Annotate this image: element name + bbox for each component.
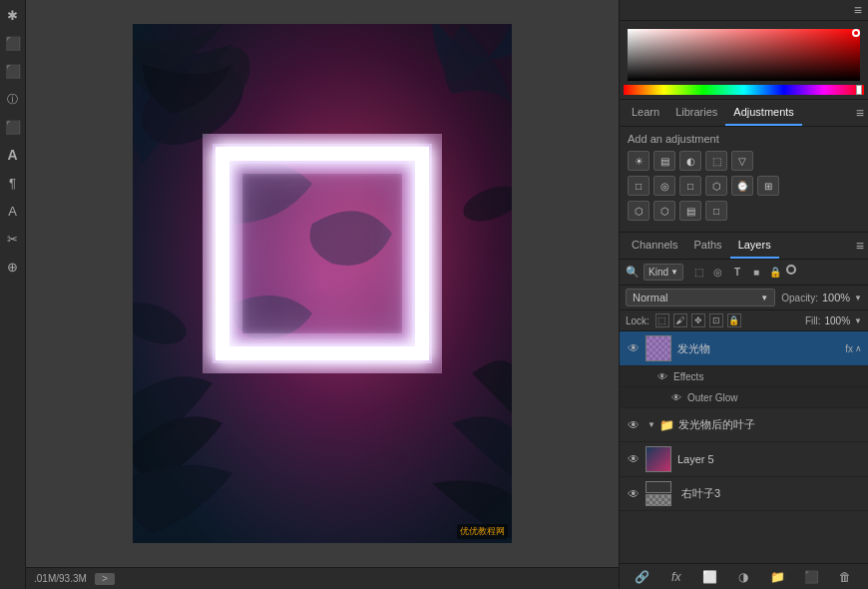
blend-mode-row: Normal ▼ Opacity: 100% ▼ [620, 286, 868, 310]
adjustments-panel: Learn Libraries Adjustments ≡ Add an adj… [620, 100, 868, 233]
layer-item-leaf3[interactable]: 👁 右叶子3 [620, 477, 868, 511]
layer-effect-effects: 👁 Effects [620, 366, 868, 387]
tool-type[interactable]: A [2, 144, 24, 166]
layer-item-glow[interactable]: 👁 发光物 fx ∧ [620, 331, 868, 366]
tab-adjustments[interactable]: Adjustments [725, 100, 802, 126]
adj-gradient-map[interactable]: ▽ [731, 151, 753, 171]
adj-selective-color[interactable]: ▤ [679, 201, 701, 221]
tool-info[interactable]: ⓘ [2, 88, 24, 110]
effect-visibility-outer-glow[interactable]: 👁 [669, 390, 683, 404]
filter-shape[interactable]: ■ [748, 265, 764, 281]
adj-curves[interactable]: ◐ [679, 151, 701, 171]
filter-pixel[interactable]: ⬚ [691, 265, 707, 281]
layer-effect-outer-glow: 👁 Outer Glow [620, 387, 868, 408]
tab-paths[interactable]: Paths [685, 233, 729, 259]
adj-channel-mixer[interactable]: ⊞ [757, 176, 779, 196]
kind-dropdown[interactable]: Kind ▼ [644, 264, 683, 281]
filter-adjust[interactable]: ◎ [710, 265, 726, 281]
adj-vibrance[interactable]: □ [628, 176, 650, 196]
lock-transparent[interactable]: ⬚ [655, 313, 669, 327]
opacity-arrow: ▼ [854, 294, 862, 302]
layer-visibility-leaves[interactable]: 👁 [626, 417, 642, 433]
new-group-btn[interactable]: 📁 [767, 567, 787, 587]
tool-pen[interactable]: ⬛ [2, 116, 24, 138]
lock-icons: ⬚ 🖌 ✥ ⊡ 🔒 [655, 313, 741, 327]
color-panel-menu[interactable]: ≡ [854, 2, 862, 18]
opacity-value[interactable]: 100% [822, 292, 850, 303]
layer-item-layer5[interactable]: 👁 Layer 5 [620, 442, 868, 477]
tab-libraries[interactable]: Libraries [667, 100, 725, 126]
tool-paragraph[interactable]: ¶ [2, 172, 24, 194]
layer-fx-glow[interactable]: fx [845, 343, 853, 354]
tab-learn[interactable]: Learn [624, 100, 667, 126]
layers-menu[interactable]: ≡ [856, 238, 864, 254]
lock-position[interactable]: ✥ [691, 313, 705, 327]
fill-arrow: ▼ [854, 316, 862, 325]
adj-posterize[interactable]: ⬡ [628, 201, 650, 221]
status-nav-button[interactable]: > [95, 573, 115, 585]
kind-dropdown-arrow: ▼ [670, 268, 678, 277]
add-style-btn[interactable]: fx [666, 567, 686, 587]
layer-item-leaves-group[interactable]: 👁 ▼ 📁 发光物后的叶子 [620, 408, 868, 442]
color-hue-slider[interactable] [624, 85, 864, 95]
effects-label: Effects [673, 371, 703, 382]
adj-hue-sat[interactable]: ◎ [653, 176, 675, 196]
add-adjustment-label: Add an adjustment [628, 133, 860, 145]
add-mask-btn[interactable]: ⬜ [700, 567, 720, 587]
layer-expand-glow[interactable]: ∧ [855, 343, 862, 353]
filter-smartobj[interactable]: 🔒 [767, 265, 783, 281]
adj-icons-row-3: ⬡ ⬡ ▤ □ [628, 201, 860, 221]
effect-visibility-effects[interactable]: 👁 [655, 369, 669, 383]
adj-levels[interactable]: ▤ [653, 151, 675, 171]
layer-visibility-glow[interactable]: 👁 [626, 340, 642, 356]
filter-type[interactable]: T [729, 265, 745, 281]
layers-tabs: Channels Paths Layers ≡ [620, 233, 868, 260]
layers-panel: Channels Paths Layers ≡ 🔍 Kind ▼ ⬚ ◎ T ■… [620, 233, 868, 589]
layer-name-leaf3: 右叶子3 [681, 486, 862, 501]
lock-label: Lock: [626, 315, 650, 326]
adj-brightness[interactable]: ☀ [628, 151, 650, 171]
opacity-row: Opacity: 100% ▼ [781, 292, 862, 303]
layers-filter-row: 🔍 Kind ▼ ⬚ ◎ T ■ 🔒 [620, 260, 868, 286]
adj-bw[interactable]: ⬡ [705, 176, 727, 196]
lock-artboard[interactable]: ⊡ [709, 313, 723, 327]
filter-circle[interactable] [786, 265, 796, 275]
svg-rect-8 [222, 154, 422, 353]
hue-thumb[interactable] [856, 85, 862, 95]
tool-transform[interactable]: ✂ [2, 228, 24, 250]
layers-list: 👁 发光物 fx ∧ 👁 Effects 👁 Outer Glow [620, 331, 868, 563]
tool-settings[interactable]: ✱ [2, 4, 24, 26]
right-panel: ≡ Learn Libraries Adjustments ≡ Add an a… [619, 0, 868, 589]
new-fill-adj-btn[interactable]: ◑ [733, 567, 753, 587]
tool-brush[interactable]: ⬛ [2, 60, 24, 82]
nav-arrow: > [102, 573, 108, 584]
tool-vector[interactable]: A [2, 200, 24, 222]
group-expand-arrow[interactable]: ▼ [646, 419, 657, 431]
color-gradient-picker[interactable] [628, 29, 860, 81]
blend-dropdown-arrow: ▼ [760, 294, 768, 302]
tool-select[interactable]: ⬛ [2, 32, 24, 54]
opacity-label: Opacity: [781, 293, 818, 303]
new-layer-btn[interactable]: ⬛ [801, 567, 821, 587]
link-layers-btn[interactable]: 🔗 [633, 567, 652, 587]
tab-channels[interactable]: Channels [624, 233, 685, 259]
tab-layers[interactable]: Layers [730, 233, 779, 259]
delete-layer-btn[interactable]: 🗑 [835, 567, 855, 587]
tool-zoom[interactable]: ⊕ [2, 256, 24, 278]
lock-all[interactable]: 🔒 [727, 313, 741, 327]
adj-exposure[interactable]: ⬚ [705, 151, 727, 171]
app-container: ✱ ⬛ ⬛ ⓘ ⬛ A ¶ A ✂ ⊕ [0, 0, 868, 589]
fill-label: Fill: [805, 315, 821, 326]
adj-photo-filter[interactable]: ⌚ [731, 176, 753, 196]
folder-icon-leaves: 📁 [659, 418, 674, 432]
watermark: 优优教程网 [457, 524, 508, 539]
adjustments-menu[interactable]: ≡ [856, 105, 864, 121]
layer-visibility-layer5[interactable]: 👁 [626, 451, 642, 467]
adj-color-balance[interactable]: □ [679, 176, 701, 196]
adj-threshold[interactable]: ⬡ [653, 201, 675, 221]
layer-visibility-leaf3[interactable]: 👁 [626, 486, 642, 502]
lock-pixels[interactable]: 🖌 [673, 313, 687, 327]
blend-mode-dropdown[interactable]: Normal ▼ [626, 289, 775, 306]
adj-invert[interactable]: □ [705, 201, 727, 221]
fill-value[interactable]: 100% [825, 315, 851, 326]
